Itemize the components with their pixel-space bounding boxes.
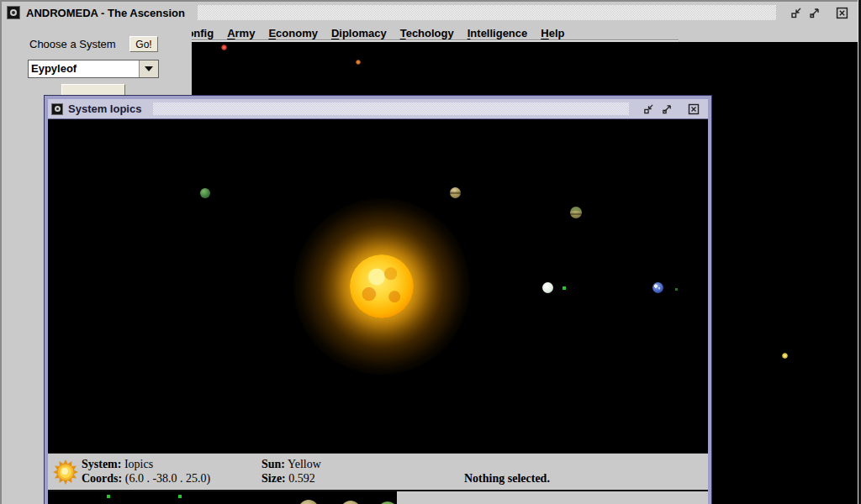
sun-row: Sun: Yellow xyxy=(261,457,321,471)
system-window-titlebar[interactable]: System Iopics xyxy=(48,99,708,119)
sun[interactable] xyxy=(350,255,414,318)
system-select-value: Eypyleof xyxy=(29,60,139,77)
coords-value: (6.0 . -38.0 . 25.0) xyxy=(125,472,211,485)
system-window-icon xyxy=(51,103,63,115)
window-frame-top xyxy=(0,0,861,2)
star-yellow xyxy=(782,353,788,359)
moon-marker-1 xyxy=(563,286,566,290)
system-window: System Iopics xyxy=(44,95,712,504)
planet-list[interactable] xyxy=(48,491,397,504)
main-window-title: ANDROMEDA - The Ascension xyxy=(26,7,185,19)
system-window-controls xyxy=(641,102,705,116)
menu-help[interactable]: Help xyxy=(534,27,571,39)
sun-value: Yellow xyxy=(288,458,321,470)
planet-white[interactable] xyxy=(542,282,553,293)
window-frame-left xyxy=(0,0,2,504)
star-red xyxy=(221,45,227,50)
system-window-title: System Iopics xyxy=(68,102,141,115)
planet-list-panel xyxy=(48,490,708,504)
maximize-icon xyxy=(662,103,673,114)
system-maximize-button[interactable] xyxy=(659,102,674,116)
restore-icon xyxy=(643,103,654,114)
system-select-dropdown-button[interactable] xyxy=(139,60,158,77)
size-row: Size: 0.592 xyxy=(261,471,321,486)
restore-button[interactable] xyxy=(789,6,804,19)
planet-tan[interactable] xyxy=(450,187,461,198)
main-titlebar: ANDROMEDA - The Ascension xyxy=(2,2,858,24)
system-coords-column: System: Iopics Coords: (6.0 . -38.0 . 25… xyxy=(82,457,210,486)
size-label: Size: xyxy=(261,472,286,485)
coords-label: Coords: xyxy=(82,472,122,485)
solar-system-view[interactable] xyxy=(48,119,708,453)
system-row: System: Iopics xyxy=(82,457,210,471)
list-marker-1 xyxy=(107,495,110,498)
system-value: Iopics xyxy=(124,458,153,470)
menu-separator xyxy=(173,39,679,40)
go-button[interactable]: Go! xyxy=(129,36,158,52)
system-status-bar: System: Iopics Coords: (6.0 . -38.0 . 25… xyxy=(48,453,708,490)
list-planet-1[interactable] xyxy=(298,500,319,504)
system-label: System: xyxy=(82,458,121,470)
selection-message: Nothing selected. xyxy=(464,472,550,486)
titlebar-texture xyxy=(198,5,776,20)
system-close-button[interactable] xyxy=(686,102,701,116)
planet-blue[interactable] xyxy=(652,282,663,293)
window-frame-right xyxy=(858,0,861,504)
list-planet-2[interactable] xyxy=(341,501,361,504)
chevron-down-icon xyxy=(145,66,153,71)
andromeda-app: ANDROMEDA - The Ascension ConfigArmyEcon… xyxy=(0,0,861,504)
choose-system-label: Choose a System xyxy=(29,38,116,50)
coords-row: Coords: (6.0 . -38.0 . 25.0) xyxy=(82,471,210,486)
sun-icon xyxy=(53,459,78,486)
list-marker-2 xyxy=(178,495,182,498)
menu-army[interactable]: Army xyxy=(220,27,261,39)
close-icon xyxy=(836,7,848,19)
system-restore-button[interactable] xyxy=(641,102,656,116)
sun-size-column: Sun: Yellow Size: 0.592 xyxy=(261,457,321,486)
close-icon xyxy=(688,103,700,115)
close-button[interactable] xyxy=(834,6,849,19)
menu-intelligence[interactable]: Intelligence xyxy=(461,27,535,39)
system-titlebar-texture xyxy=(153,102,629,115)
menu-diplomacy[interactable]: Diplomacy xyxy=(325,27,394,39)
main-window-controls xyxy=(789,6,853,19)
menu-economy[interactable]: Economy xyxy=(261,27,325,39)
sun-label: Sun: xyxy=(261,458,285,470)
planet-olive[interactable] xyxy=(570,207,582,218)
system-select[interactable]: Eypyleof xyxy=(28,60,159,78)
restore-icon xyxy=(790,7,802,18)
maximize-icon xyxy=(809,7,821,18)
menu-techology[interactable]: Techology xyxy=(394,27,461,39)
app-icon xyxy=(7,6,20,19)
maximize-button[interactable] xyxy=(807,6,822,19)
size-value: 0.592 xyxy=(288,472,315,485)
moon-marker-2 xyxy=(675,288,678,291)
planet-green[interactable] xyxy=(200,188,210,198)
star-orange xyxy=(356,60,361,65)
